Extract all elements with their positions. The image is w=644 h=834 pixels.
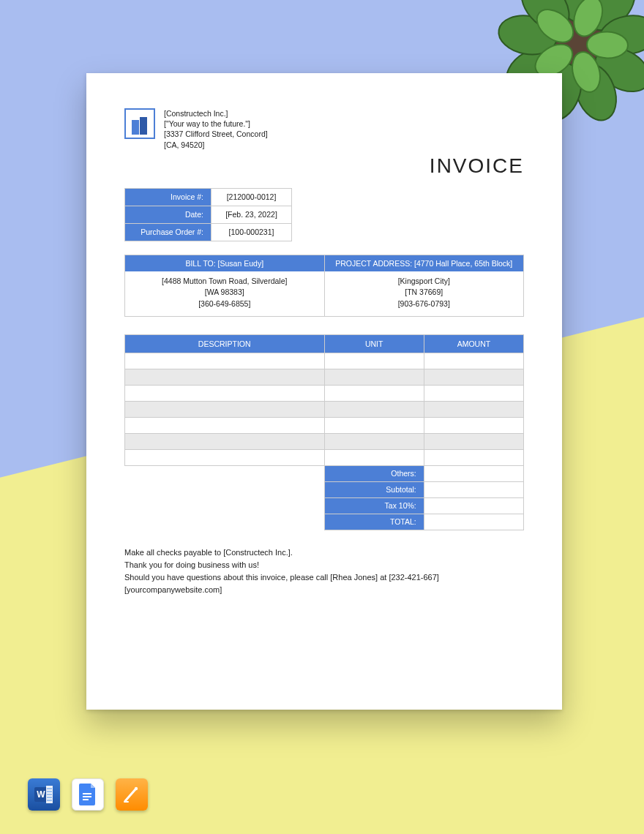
footer-line4: [yourcompanywebsite.com] — [124, 584, 524, 596]
tax-value — [424, 497, 523, 514]
svg-rect-17 — [140, 117, 147, 135]
project-line1: [Kingsport City] — [329, 276, 520, 288]
svg-text:W: W — [37, 789, 45, 800]
date-label: Date: — [125, 206, 211, 223]
items-table: DESCRIPTION UNIT AMOUNT Others: Subtotal… — [124, 334, 524, 530]
svg-rect-22 — [47, 791, 52, 792]
col-unit: UNIT — [324, 334, 424, 353]
po-label: Purchase Order #: — [125, 223, 211, 241]
apple-pages-icon[interactable] — [116, 778, 148, 811]
totals-row: Tax 10%: — [125, 497, 524, 514]
project-header: PROJECT ADDRESS: [4770 Hall Place, 65th … — [325, 255, 524, 271]
table-row — [125, 369, 524, 385]
svg-rect-23 — [47, 794, 52, 795]
svg-rect-27 — [83, 796, 91, 797]
company-street: [3337 Clifford Street, Concord] — [164, 129, 268, 139]
subtotal-value — [424, 481, 523, 497]
svg-rect-26 — [83, 793, 91, 794]
company-info: [Constructech Inc.] ["Your way to the fu… — [164, 108, 268, 150]
col-description: DESCRIPTION — [125, 334, 325, 353]
totals-row: Subtotal: — [125, 481, 524, 497]
footer-line2: Thank you for doing business with us! — [124, 559, 524, 571]
table-row — [125, 433, 524, 449]
project-line2: [TN 37669] — [329, 287, 520, 298]
items-header-row: DESCRIPTION UNIT AMOUNT — [125, 334, 524, 353]
svg-point-12 — [586, 31, 628, 59]
others-label: Others: — [324, 465, 424, 481]
invoice-number-label: Invoice #: — [125, 188, 211, 206]
tax-label: Tax 10%: — [324, 497, 424, 514]
company-tagline: ["Your way to the future."] — [164, 119, 268, 129]
svg-rect-25 — [47, 800, 52, 801]
invoice-title: INVOICE — [124, 154, 524, 178]
svg-rect-24 — [47, 797, 52, 798]
svg-rect-21 — [47, 788, 52, 789]
table-row — [125, 401, 524, 417]
bill-to-header: BILL TO: [Susan Eudy] — [125, 255, 324, 271]
totals-row: Others: — [125, 465, 524, 481]
total-label: TOTAL: — [324, 514, 424, 530]
company-name: [Constructech Inc.] — [164, 108, 268, 119]
footer-line1: Make all checks payable to [Constructech… — [124, 546, 524, 559]
table-row — [125, 385, 524, 401]
company-region: [CA, 94520] — [164, 140, 268, 150]
svg-rect-16 — [132, 120, 139, 135]
subtotal-label: Subtotal: — [324, 481, 424, 497]
bill-to-block: BILL TO: [Susan Eudy] [4488 Mutton Town … — [125, 255, 325, 316]
po-value: [100-000231] — [211, 223, 292, 241]
address-block: BILL TO: [Susan Eudy] [4488 Mutton Town … — [124, 255, 524, 317]
col-amount: AMOUNT — [424, 334, 523, 353]
company-logo-icon — [124, 108, 155, 139]
app-icons-row: W — [28, 778, 148, 811]
invoice-sheet: [Constructech Inc.] ["Your way to the fu… — [86, 73, 562, 710]
svg-rect-28 — [83, 799, 89, 800]
bill-to-line1: [4488 Mutton Town Road, Silverdale] — [130, 276, 320, 288]
footer-text: Make all checks payable to [Constructech… — [124, 546, 524, 596]
totals-row: TOTAL: — [125, 514, 524, 530]
others-value — [424, 465, 523, 481]
project-line3: [903-676-0793] — [329, 298, 520, 310]
table-row — [125, 353, 524, 369]
table-row — [125, 449, 524, 465]
word-icon[interactable]: W — [28, 778, 60, 811]
total-value — [424, 514, 523, 530]
invoice-number-value: [212000-0012] — [211, 188, 292, 206]
date-value: [Feb. 23, 2022] — [211, 206, 292, 223]
table-row — [125, 417, 524, 433]
company-header: [Constructech Inc.] ["Your way to the fu… — [124, 108, 524, 150]
google-docs-icon[interactable] — [72, 778, 104, 811]
meta-table: Invoice #: [212000-0012] Date: [Feb. 23,… — [124, 188, 292, 241]
footer-line3: Should you have questions about this inv… — [124, 571, 524, 584]
svg-point-29 — [135, 787, 138, 790]
bill-to-line3: [360-649-6855] — [130, 298, 320, 310]
project-address-block: PROJECT ADDRESS: [4770 Hall Place, 65th … — [325, 255, 524, 316]
bill-to-line2: [WA 98383] — [130, 287, 320, 298]
